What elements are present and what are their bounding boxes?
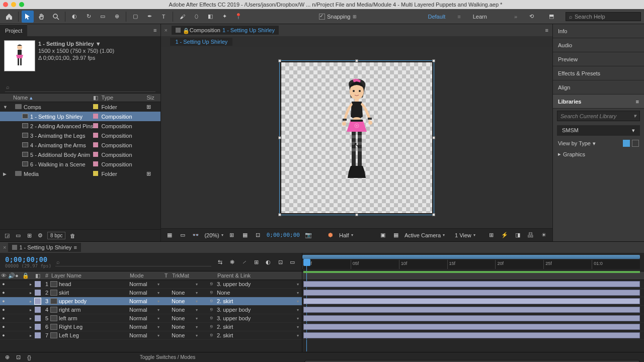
transparency-grid-icon[interactable]: ▦	[391, 231, 400, 240]
current-time[interactable]: 0;00;00;00	[267, 232, 300, 238]
current-time-indicator[interactable]	[303, 259, 310, 266]
clone-tool-icon[interactable]: ⬯	[190, 11, 202, 23]
audio-panel-tab[interactable]: Audio	[553, 38, 644, 52]
visibility-toggle[interactable]	[0, 316, 7, 321]
toggle-switches-modes[interactable]: Toggle Switches / Modes	[36, 354, 299, 360]
track-matte-dropdown[interactable]: None	[172, 324, 200, 330]
exposure-icon[interactable]: ☀	[539, 231, 548, 240]
comp-mini-flowchart-icon[interactable]: ⇆	[215, 257, 224, 266]
frame-blend-icon[interactable]: ⊞	[252, 257, 261, 266]
puppet-tool-icon[interactable]: 📍	[232, 11, 245, 23]
draft3d-icon[interactable]: ❋	[227, 257, 236, 266]
project-search-input[interactable]	[5, 82, 155, 92]
view-by-type[interactable]: View by Type▾	[553, 138, 644, 149]
safe-zones-icon[interactable]: ⊞	[227, 231, 236, 240]
twirl-icon[interactable]: ▸	[28, 325, 33, 329]
pickwhip-icon[interactable]: ୭	[210, 324, 217, 330]
toggle-mask-icon[interactable]: 👓	[191, 231, 200, 240]
pickwhip-icon[interactable]: ୭	[210, 332, 217, 338]
toggle-transparency-icon[interactable]: ▭	[178, 231, 187, 240]
new-comp-icon[interactable]: ⊞	[25, 232, 33, 240]
layer-label[interactable]	[35, 315, 41, 321]
visibility-toggle[interactable]	[0, 307, 7, 312]
work-area-indicator[interactable]	[303, 271, 640, 273]
library-search[interactable]: Search Current Library▾	[557, 111, 640, 121]
workspace-overflow-icon[interactable]: »	[514, 14, 517, 20]
parent-dropdown[interactable]: None	[217, 290, 302, 296]
project-columns-header[interactable]: Name▴ ◧ Type Siz	[0, 93, 160, 102]
composition-viewer[interactable]: ↖	[161, 47, 552, 228]
project-item[interactable]: ▼ Comps Folder ⊞	[0, 102, 160, 112]
snapshot-icon[interactable]: 📷	[304, 231, 313, 240]
guides-icon[interactable]: ⊡	[254, 231, 263, 240]
layer-row[interactable]: ▸ 6 Right Leg Normal None ୭ 2. skirt	[0, 323, 302, 331]
blend-mode-dropdown[interactable]: Normal	[129, 290, 162, 296]
layer-label[interactable]	[35, 298, 41, 304]
timeline-current-time[interactable]: 0;00;00;00	[5, 255, 51, 263]
track-matte-dropdown[interactable]: None	[172, 298, 200, 304]
blend-mode-dropdown[interactable]: Normal	[129, 281, 162, 287]
layer-row[interactable]: ▸ 7 Left Leg Normal None ୭ 2. skirt	[0, 331, 302, 340]
resolution-dropdown[interactable]: Half	[339, 232, 374, 238]
parent-dropdown[interactable]: 3. upper body	[217, 315, 302, 321]
zoom-tool-icon[interactable]	[50, 11, 62, 23]
channel-icon[interactable]: ⬢	[326, 231, 335, 240]
timeline-tab-close-icon[interactable]: ×	[3, 244, 6, 250]
project-item[interactable]: 5 - Additional Body Anim Composition	[0, 150, 160, 159]
type-tool-icon[interactable]: T	[157, 11, 170, 23]
parent-dropdown[interactable]: 2. skirt	[217, 332, 302, 338]
checkbox-icon[interactable]	[319, 14, 325, 20]
solo-col-icon[interactable]: ●	[14, 273, 21, 279]
align-panel-tab[interactable]: Align	[553, 80, 644, 95]
motion-blur-icon[interactable]: ◐	[264, 257, 273, 266]
pixel-aspect-icon[interactable]: ⊞	[487, 231, 496, 240]
twirl-icon[interactable]: ▸	[28, 291, 33, 295]
zoom-dropdown[interactable]: (20%)	[204, 232, 223, 238]
visibility-toggle[interactable]	[0, 324, 7, 329]
track-matte-dropdown[interactable]: None	[172, 290, 200, 296]
twirl-icon[interactable]: ▸	[28, 299, 33, 304]
effects-panel-tab[interactable]: Effects & Presets	[553, 66, 644, 80]
audio-switch-col-icon[interactable]: 🔊	[7, 273, 14, 279]
parent-dropdown[interactable]: 2. skirt	[217, 298, 302, 304]
layer-bars[interactable]	[302, 280, 644, 352]
grid-view-icon[interactable]	[623, 140, 630, 147]
camera-dropdown[interactable]: Active Camera	[405, 232, 451, 238]
flowchart-icon[interactable]: 品	[526, 231, 535, 240]
label-col-icon[interactable]: ◧	[34, 273, 41, 279]
workspace-learn[interactable]: Learn	[469, 13, 491, 21]
visibility-toggle[interactable]	[0, 290, 7, 295]
timeline-search-input[interactable]	[55, 258, 211, 266]
home-icon[interactable]	[3, 11, 15, 23]
track-matte-dropdown[interactable]: None	[172, 332, 200, 338]
project-tab[interactable]: Project	[0, 24, 27, 36]
layer-bar[interactable]	[303, 307, 640, 313]
panel-menu-icon[interactable]: ≡	[73, 244, 76, 250]
comp-panel-menu-icon[interactable]: ≡	[541, 27, 552, 33]
parent-dropdown[interactable]: 3. upper body	[217, 307, 302, 313]
twirl-icon[interactable]: ▸	[28, 282, 33, 287]
layer-bar[interactable]	[303, 281, 640, 287]
pickwhip-icon[interactable]: ୭	[210, 307, 217, 313]
workspace-default[interactable]: Default	[424, 13, 449, 21]
blend-mode-dropdown[interactable]: Normal	[129, 307, 162, 313]
label-column-icon[interactable]: ◧	[93, 95, 101, 101]
video-switch-col-icon[interactable]: 👁	[0, 273, 7, 279]
layer-bar[interactable]	[303, 324, 640, 330]
views-dropdown[interactable]: 1 View	[455, 232, 483, 238]
adjust-icon[interactable]: ⚙	[36, 232, 44, 240]
work-area-bar[interactable]	[302, 255, 640, 259]
brackets-icon[interactable]: {}	[25, 353, 33, 361]
shy-icon[interactable]: ⟋	[239, 257, 249, 266]
rectangle-tool-icon[interactable]: ▢	[129, 11, 141, 23]
flowchart-bar[interactable]: 1 - Setting Up Shirley	[161, 36, 552, 47]
project-item[interactable]: 1 - Setting Up Shirley Composition	[0, 112, 160, 121]
toggle-alpha-icon[interactable]: ▦	[165, 231, 174, 240]
grid-icon[interactable]: ▦	[240, 231, 250, 240]
reset-workspace-icon[interactable]: ⟲	[525, 11, 537, 23]
layer-bar[interactable]	[303, 298, 640, 304]
layer-row[interactable]: ▸ 1 head Normal ୭ 3. upper body	[0, 280, 302, 289]
minimize-window[interactable]	[11, 2, 16, 7]
interpret-footage-icon[interactable]: ◲	[3, 232, 11, 240]
rotation-tool-icon[interactable]: ↻	[83, 11, 95, 23]
